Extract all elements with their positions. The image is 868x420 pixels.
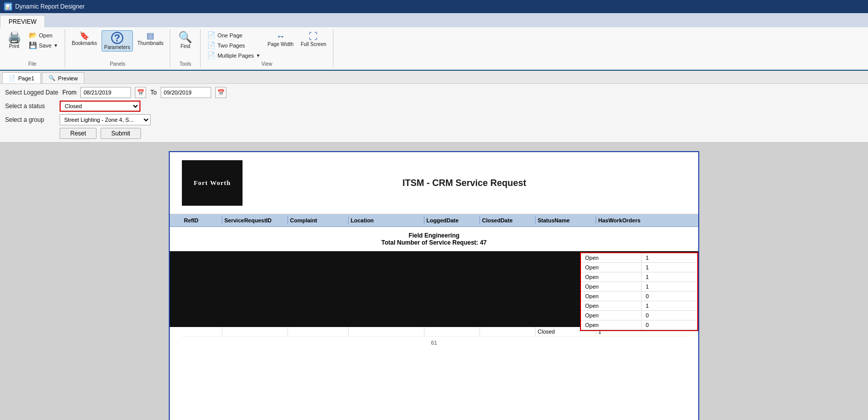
from-date-input[interactable] (80, 87, 131, 98)
report-table-header: RefID ServiceRequestID Complaint Locatio… (170, 214, 698, 227)
two-pages-button[interactable]: 📄 Two Pages (205, 40, 263, 50)
to-calendar-button[interactable]: 📅 (215, 87, 226, 98)
one-page-icon: 📄 (207, 31, 215, 39)
calendar-icon-2: 📅 (217, 89, 225, 96)
preview-area[interactable]: Fort Worth ITSM - CRM Service Request Re… (0, 143, 868, 420)
title-bar: 📊 Dynamic Report Designer (0, 0, 868, 13)
full-screen-icon: ⛶ (309, 32, 318, 41)
app-title: Dynamic Report Designer (15, 3, 84, 10)
count-cell-2: 1 (642, 263, 697, 272)
page-width-button[interactable]: ↔ Page Width (265, 30, 296, 49)
count-cell-1: 1 (642, 253, 697, 263)
tab-page1[interactable]: 📄 Page1 (2, 72, 41, 83)
col-complaint: Complaint (288, 216, 349, 224)
reset-button[interactable]: Reset (60, 128, 97, 139)
status-cell-3: Open (581, 272, 642, 282)
open-icon: 📂 (29, 31, 37, 39)
param-actions: Reset Submit (60, 128, 863, 139)
parameters-area: Select Logged Date From 📅 To 📅 Select a … (0, 84, 868, 143)
ribbon-group-view: 📄 One Page 📄 Two Pages 📄 Multiple Pages … (201, 29, 333, 68)
status-table-highlighted: Open 1 Open 1 Open 1 Open 1 Open 0 Open … (580, 252, 698, 331)
page-number: 61 (170, 337, 698, 349)
app-icon: 📊 (4, 3, 12, 11)
status-label: Select a status (5, 103, 56, 110)
col-hasworkorders: HasWorkOrders (596, 216, 647, 224)
report-logo: Fort Worth (182, 160, 243, 206)
to-date-input[interactable] (161, 87, 211, 98)
page-width-icon: ↔ (276, 32, 285, 41)
status-cell-8: Open (581, 320, 642, 330)
to-label: To (150, 89, 157, 96)
count-cell-5: 0 (642, 292, 697, 301)
count-cell-3: 1 (642, 272, 697, 282)
find-icon: 🔍 (178, 32, 192, 43)
multiple-pages-button[interactable]: 📄 Multiple Pages ▼ (205, 51, 263, 60)
preview-icon: 🔍 (49, 75, 56, 81)
section-subtitle: Total Number of Service Request: 47 (175, 239, 693, 246)
report-body: Open 1 Open 1 Open 1 Open 1 Open 0 Open … (170, 251, 698, 337)
save-button[interactable]: 💾 Save ▼ (26, 40, 61, 50)
from-label: From (62, 89, 76, 96)
one-page-button[interactable]: 📄 One Page (205, 30, 263, 40)
bookmarks-icon: 🔖 (79, 32, 89, 40)
print-icon: 🖨️ (8, 32, 21, 43)
count-cell-6: 1 (642, 301, 697, 311)
col-servicerequestid: ServiceRequestID (222, 216, 288, 224)
group-select[interactable]: Street Lighting - Zone 4, S... (60, 114, 151, 125)
ribbon-content: 🖨️ Print 📂 Open 💾 Save ▼ File 🔖 Bo (0, 27, 868, 71)
group-label: Select a group (5, 116, 56, 123)
save-icon: 💾 (29, 41, 37, 49)
calendar-icon: 📅 (137, 89, 144, 96)
ribbon-tab-bar: PREVIEW (0, 13, 868, 27)
from-calendar-button[interactable]: 📅 (135, 87, 146, 98)
multiple-pages-icon: 📄 (207, 52, 215, 59)
logged-date-row: Select Logged Date From 📅 To 📅 (5, 87, 863, 98)
col-statusname: StatusName (536, 216, 596, 224)
status-cell-2: Open (581, 263, 642, 272)
status-cell-7: Open (581, 311, 642, 320)
report-title: ITSM - CRM Service Request (243, 178, 686, 189)
section-title: Field Engineering (175, 232, 693, 239)
ribbon-group-tools: 🔍 Find Tools (170, 29, 201, 68)
status-cell-6: Open (581, 301, 642, 311)
blacked-data-area: Open 1 Open 1 Open 1 Open 1 Open 0 Open … (170, 251, 698, 327)
col-closeddate: ClosedDate (480, 216, 536, 224)
col-location: Location (349, 216, 424, 224)
status-select[interactable]: Closed Open All (60, 101, 140, 112)
status-cell-1: Open (581, 253, 642, 263)
count-cell-8: 0 (642, 320, 697, 330)
status-cell-5: Open (581, 292, 642, 301)
status-cell-4: Open (581, 282, 642, 292)
find-button[interactable]: 🔍 Find (175, 30, 196, 51)
col-loggeddate: LoggedDate (424, 216, 480, 224)
ribbon-group-panels: 🔖 Bookmarks ? Parameters ▤ Thumbnails Pa… (65, 29, 170, 68)
open-button[interactable]: 📂 Open (26, 30, 61, 40)
report-header: Fort Worth ITSM - CRM Service Request (170, 152, 698, 214)
bookmarks-button[interactable]: 🔖 Bookmarks (69, 30, 100, 48)
two-pages-icon: 📄 (207, 41, 215, 49)
thumbnails-icon: ▤ (147, 32, 154, 40)
report-page: Fort Worth ITSM - CRM Service Request Re… (169, 151, 699, 420)
count-cell-7: 0 (642, 311, 697, 320)
tab-preview[interactable]: 🔍 Preview (42, 72, 84, 83)
parameters-icon: ? (111, 32, 123, 44)
page-tab-bar: 📄 Page1 🔍 Preview (0, 71, 868, 84)
status-row: Select a status Closed Open All (5, 101, 863, 112)
ribbon-group-file: 🖨️ Print 📂 Open 💾 Save ▼ File (0, 29, 65, 68)
parameters-button[interactable]: ? Parameters (102, 30, 133, 52)
print-button[interactable]: 🖨️ Print (4, 30, 24, 51)
submit-button[interactable]: Submit (101, 128, 140, 139)
thumbnails-button[interactable]: ▤ Thumbnails (135, 30, 166, 48)
page1-icon: 📄 (9, 75, 16, 81)
report-section-header: Field Engineering Total Number of Servic… (170, 227, 698, 251)
ribbon-tab-preview[interactable]: PREVIEW (0, 15, 45, 27)
col-refid: RefID (182, 216, 222, 224)
logged-date-label: Select Logged Date (5, 89, 58, 96)
count-cell-4: 1 (642, 282, 697, 292)
group-row: Select a group Street Lighting - Zone 4,… (5, 114, 863, 125)
full-screen-button[interactable]: ⛶ Full Screen (298, 30, 329, 49)
